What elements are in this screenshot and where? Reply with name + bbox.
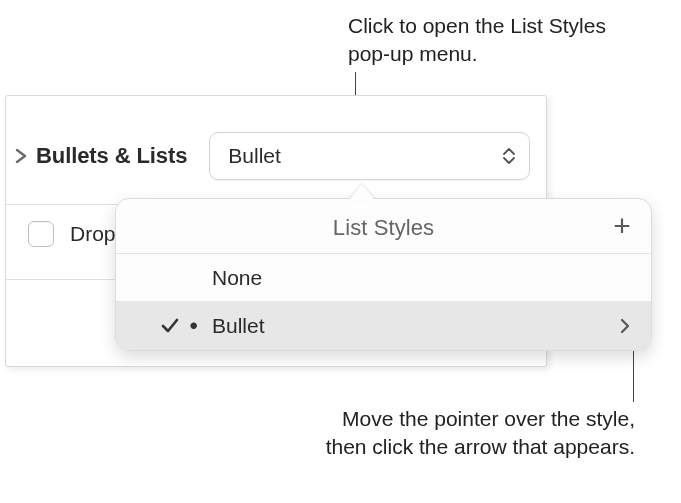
bullet-glyph-icon: • [190, 314, 198, 338]
chevron-right-icon [620, 318, 630, 334]
plus-icon: + [613, 209, 631, 243]
chevron-right-icon [15, 149, 27, 163]
popup-value: Bullet [228, 144, 281, 168]
style-detail-arrow[interactable] [613, 318, 637, 334]
drop-cap-label: Drop [70, 222, 116, 246]
callout-top: Click to open the List Styles pop-up men… [348, 12, 628, 69]
list-style-label: None [212, 266, 637, 290]
popover-header: List Styles + [116, 199, 651, 254]
section-label: Bullets & Lists [36, 143, 187, 169]
list-style-item-bullet[interactable]: • Bullet [116, 302, 651, 350]
drop-cap-checkbox[interactable] [28, 221, 54, 247]
callout-leader-line-bottom [633, 344, 634, 402]
popover-pointer [349, 184, 375, 200]
popup-stepper-icon [503, 148, 515, 164]
popover-title: List Styles [333, 215, 434, 240]
list-styles-popover: List Styles + None • Bullet [115, 198, 652, 351]
checkmark-icon [160, 316, 180, 336]
list-style-label: Bullet [212, 314, 613, 338]
list-style-item-none[interactable]: None [116, 254, 651, 302]
disclosure-toggle[interactable] [6, 149, 36, 163]
list-style-popup-button[interactable]: Bullet [209, 132, 530, 180]
bullets-lists-row: Bullets & Lists Bullet [6, 96, 546, 194]
add-style-button[interactable]: + [607, 211, 637, 241]
callout-bottom: Move the pointer over the style, then cl… [300, 405, 635, 462]
